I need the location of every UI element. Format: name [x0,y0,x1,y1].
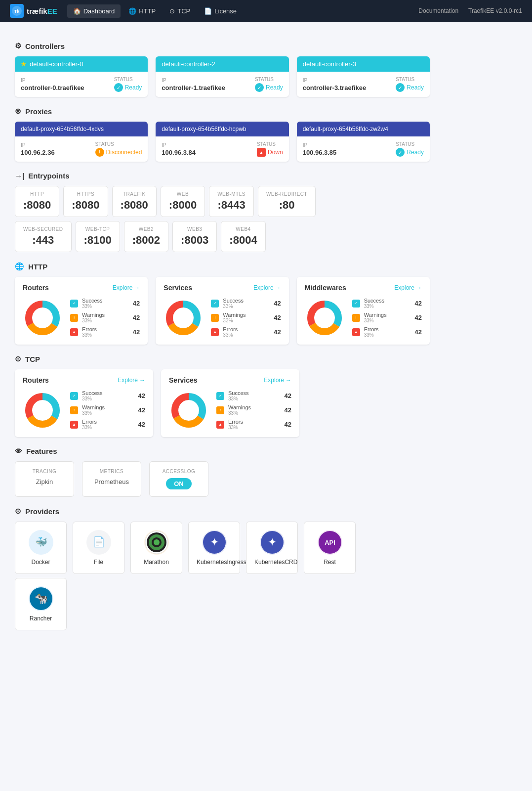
file-icon: 📄 [86,530,111,555]
ep-web-redirect: WEB-REDIRECT :80 [258,186,316,217]
check-icon-2: ✓ [255,83,264,92]
proxy-body-2: IP 100.96.3.85 STATUS ✓ Ready [297,136,430,162]
mw-success-dot: ✓ [352,300,360,308]
nav-http[interactable]: 🌐 HTTP [123,4,162,18]
brand-logo: Tk [10,4,24,18]
ep-web-label: WEB [169,191,197,197]
http-services-donut [164,298,203,338]
provider-kubernetes-ingress[interactable]: ✦ KubernetesIngress [188,522,240,574]
ep-web: WEB :8000 [161,186,205,217]
warn-icon: ! [95,148,104,157]
svg-point-26 [179,400,199,420]
ep-web4-label: WEB4 [229,226,257,232]
tcp-services-donut [169,391,208,430]
feature-accesslog: ACCESSLOG ON [149,461,208,497]
tcp-routers-explore[interactable]: Explore → [118,377,145,384]
rest-icon: API [318,530,342,555]
http-middlewares-explore[interactable]: Explore → [394,284,422,291]
kubernetes-crd-icon: ✦ [260,530,285,555]
status-badge-0: ✓ Ready [114,83,142,92]
provider-rancher[interactable]: 🐄 Rancher [15,578,67,630]
check-icon: ✓ [114,83,123,92]
providers-section-title: ⊙ Providers [15,507,430,516]
nav-tcp[interactable]: ⊙ TCP [164,4,196,18]
star-icon: ★ [21,60,27,68]
tcp-services-content: ✓ Success 33% 42 ! Warnings 33% 42 [169,390,291,430]
feature-metrics: METRICS Prometheus [82,461,141,497]
provider-kubernetes-crd[interactable]: ✦ KubernetesCRD [246,522,298,574]
http-services-explore[interactable]: Explore → [253,284,281,291]
tcp-services-header: Services Explore → [169,376,291,384]
provider-rest[interactable]: API Rest [304,522,356,574]
feature-tracing: TRACING Zipkin [15,461,74,497]
ep-web-tcp-label: WEB-TCP [84,226,112,232]
http-middlewares-header: Middlewares Explore → [305,284,422,292]
brand: Tk træfikEE [10,4,57,18]
proxy-header-1: default-proxy-654b56ffdc-hcpwb [156,122,288,136]
controller-body-0: IP controller-0.traefikee STATUS ✓ Ready [15,72,148,97]
warning-dot: ! [70,314,78,322]
tcp-services-explore[interactable]: Explore → [264,377,291,384]
ep-web-port: :8000 [169,199,197,212]
controller-header-2: default-controller-2 [156,56,288,72]
tcp-r-error-dot: ▲ [70,421,78,429]
svc-warning-dot: ! [211,314,219,322]
brand-name: træfikEE [27,7,57,15]
provider-docker[interactable]: 🐳 Docker [15,522,67,574]
http-section-title: 🌐 HTTP [15,262,430,271]
svg-text:✦: ✦ [210,536,219,548]
navbar: Tk træfikEE 🏠 HTTP Dashboard 🌐 HTTP ⊙ TC… [0,0,532,22]
ep-web3-port: :8003 [181,234,208,247]
tcp-stats-row: Routers Explore → ✓ Succes [15,369,430,437]
tcp-routers-legend: ✓ Success 33% 42 ! Warnings 33% 42 [70,390,145,430]
kubernetes-ingress-label: KubernetesIngress [197,559,232,566]
status-disconnected: ! Disconnected [95,148,142,157]
ep-https-label: HTTPS [72,191,99,197]
proxy-header-0: default-proxy-654b56ffdc-4xdvs [15,122,148,136]
controller-body-3: IP controller-3.traefikee STATUS ✓ Ready [297,72,430,97]
status-down: ▲ Down [257,148,283,157]
controller-header-0: ★ default-controller-0 [15,56,148,72]
ep-http-label: HTTP [23,191,51,197]
controller-card-2: default-controller-2 IP controller-1.tra… [156,56,288,97]
ep-web-redirect-label: WEB-REDIRECT [266,191,307,197]
http-stats-row: Routers Explore → ✓ Succes [15,277,430,345]
svg-point-35 [154,539,160,545]
http-routers-legend: ✓ Success 33% 42 ! Warnings 33% 42 [70,298,140,338]
documentation-link[interactable]: Documentation [418,7,458,14]
http-routers-explore[interactable]: Explore → [113,284,140,291]
provider-file[interactable]: 📄 File [73,522,124,574]
http-routers-content: ✓ Success 33% 42 ! Warnings 33% 42 [23,298,140,338]
kubernetes-crd-label: KubernetesCRD [254,559,289,566]
tcp-routers-donut [23,391,62,430]
http-services-content: ✓ Success 33% 42 ! Warnings 33% 42 [164,298,281,338]
mw-error-dot: ▲ [352,328,360,336]
controller-card-0: ★ default-controller-0 IP controller-0.t… [15,56,148,97]
legend-success: ✓ Success 33% 42 [70,298,140,309]
proxy-header-2: default-proxy-654b56ffdc-zw2w4 [297,122,430,136]
provider-marathon[interactable]: Marathon [130,522,182,574]
tcp-section-title: ⊙ TCP [15,354,430,363]
svg-text:API: API [325,539,335,546]
ep-web-secured-port: :443 [23,234,63,247]
ep-web-mtls: WEB-MTLS :8443 [209,186,254,217]
ep-web3: WEB3 :8003 [172,221,217,252]
main-content: ⚙ Controllers ★ default-controller-0 IP … [0,22,445,644]
version-label: TraefikEE v2.0.0-rc1 [468,7,522,14]
proxies-row: default-proxy-654b56ffdc-4xdvs IP 100.96… [15,122,430,162]
ep-traefik-label: TRAEFIK [121,191,148,197]
svg-text:📄: 📄 [92,536,105,548]
tcp-r-success-dot: ✓ [70,392,78,400]
nav-dashboard[interactable]: 🏠 HTTP Dashboard [67,4,121,18]
tcp-s-error-dot: ▲ [216,421,224,429]
ep-web3-label: WEB3 [181,226,208,232]
tcp-r-warning-dot: ! [70,406,78,414]
globe-icon: 🌐 [128,7,136,15]
controller-header-3: default-controller-3 [297,56,430,72]
ep-web-secured-label: WEB-SECURED [23,226,63,232]
nav-license[interactable]: 📄 License [198,4,243,18]
http-services-card: Services Explore → ✓ Succe [156,277,288,345]
svg-point-21 [33,400,52,420]
http-middlewares-card: Middlewares Explore → ✓ Su [297,277,430,345]
http-middlewares-legend: ✓ Success 33% 42 ! Warnings 33% 42 [352,298,422,338]
